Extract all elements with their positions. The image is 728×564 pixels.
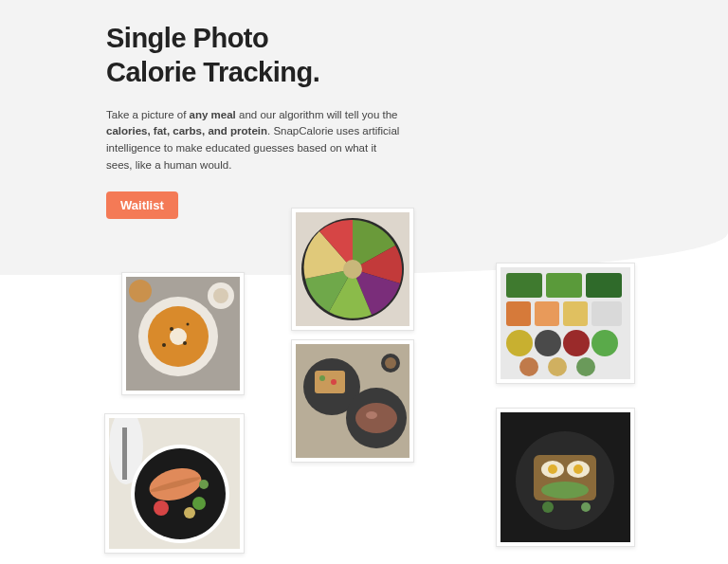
photo-salmon-dish	[104, 413, 245, 554]
egg-avocado-toast-image	[500, 412, 630, 542]
svg-rect-21	[592, 301, 622, 326]
svg-point-7	[162, 343, 166, 347]
svg-point-32	[319, 375, 325, 381]
svg-point-6	[187, 323, 190, 326]
photo-toast-plates	[291, 339, 414, 463]
svg-point-26	[519, 357, 538, 376]
svg-point-23	[535, 330, 561, 356]
buddha-bowl-image	[296, 212, 410, 326]
photo-egg-avocado-toast	[496, 408, 635, 547]
salmon-dish-image	[109, 418, 240, 549]
svg-rect-15	[506, 273, 542, 298]
svg-point-46	[154, 500, 169, 516]
svg-point-9	[213, 288, 228, 303]
svg-point-22	[506, 330, 533, 356]
svg-point-49	[199, 480, 209, 489]
svg-rect-41	[122, 428, 127, 480]
svg-point-10	[129, 280, 152, 302]
svg-point-27	[548, 357, 567, 376]
svg-point-28	[576, 357, 595, 376]
svg-point-58	[542, 501, 554, 513]
svg-rect-18	[506, 301, 531, 326]
svg-rect-16	[546, 273, 582, 298]
svg-point-48	[184, 507, 195, 519]
photo-salad-bar	[496, 263, 635, 384]
photo-gallery	[0, 0, 728, 564]
svg-point-24	[563, 330, 590, 356]
photo-buddha-bowl	[291, 208, 414, 331]
salad-bar-image	[500, 267, 630, 379]
svg-point-5	[183, 341, 187, 345]
svg-point-35	[355, 403, 397, 433]
svg-point-33	[331, 379, 337, 385]
svg-rect-19	[535, 301, 559, 326]
svg-point-56	[573, 464, 583, 474]
svg-rect-17	[586, 273, 622, 298]
svg-point-54	[548, 464, 557, 474]
svg-point-25	[592, 330, 618, 356]
svg-point-47	[192, 497, 206, 510]
svg-point-36	[366, 411, 377, 419]
svg-point-57	[541, 482, 589, 499]
photo-soup-bowl	[121, 272, 245, 395]
toast-plates-image	[296, 344, 410, 458]
svg-point-38	[385, 357, 396, 369]
svg-point-59	[581, 502, 591, 512]
svg-point-4	[170, 327, 173, 331]
svg-rect-31	[315, 371, 345, 393]
soup-bowl-image	[126, 277, 240, 391]
svg-rect-20	[563, 301, 588, 326]
svg-point-13	[343, 260, 362, 279]
